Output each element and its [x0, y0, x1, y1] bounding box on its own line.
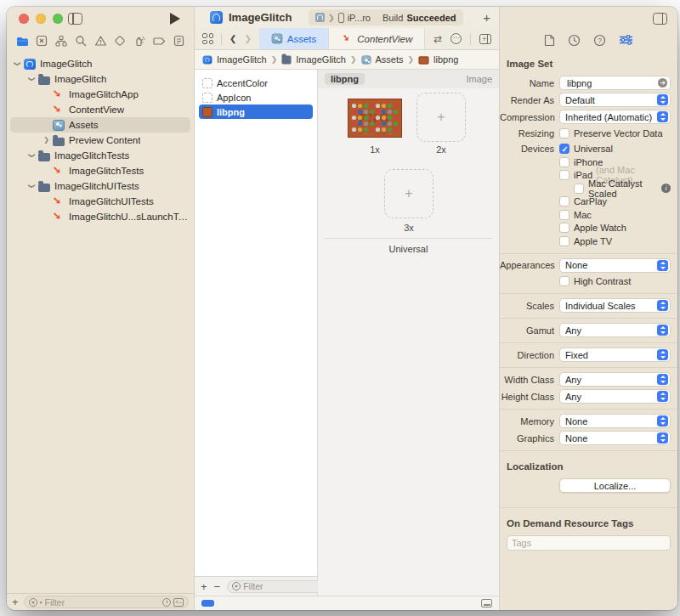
go-forward-button[interactable]: ❯ — [244, 34, 251, 43]
navigator-item-folder[interactable]: ImageGlitchUITests — [10, 178, 190, 194]
device-checkbox[interactable] — [559, 210, 570, 220]
breadcrumb-item[interactable]: ImageGlitch — [296, 54, 346, 65]
disclosure-chevron-icon[interactable] — [12, 60, 23, 67]
activity-status-pill[interactable]: ❯ iP...ro Build Succeeded — [309, 9, 462, 25]
add-asset-button[interactable]: + — [201, 581, 207, 592]
height-class-popup[interactable]: Any — [559, 389, 671, 404]
device-checkbox[interactable] — [559, 144, 570, 154]
navigator-item-file[interactable]: ImageGlitchTests — [10, 163, 190, 178]
memory-popup[interactable]: None — [559, 414, 671, 428]
close-window-button[interactable] — [19, 14, 29, 24]
tab-bar-controls: ❮ ❯ — [195, 28, 259, 49]
toggle-navigator-icon[interactable] — [68, 13, 82, 25]
code-review-icon[interactable]: ⇄ — [434, 34, 442, 44]
project-navigator-icon[interactable] — [15, 34, 29, 48]
breadcrumb-item[interactable]: libpng — [434, 54, 458, 65]
report-navigator-icon[interactable] — [172, 34, 185, 48]
width-class-popup[interactable]: Any — [559, 372, 671, 387]
navigator-item-folder[interactable]: Preview Content — [10, 133, 190, 148]
breakpoint-navigator-icon[interactable] — [152, 34, 166, 48]
swift-file-icon — [53, 196, 65, 207]
tab-assets[interactable]: Assets — [259, 28, 329, 49]
navigator-item-project[interactable]: ImageGlitch — [10, 56, 190, 71]
scales-popup[interactable]: Individual Scales — [559, 298, 671, 313]
appearances-popup[interactable]: None — [559, 258, 671, 273]
compression-row: Compression Inherited (Automatic) — [500, 110, 671, 124]
navigator-filter-input[interactable] — [45, 597, 160, 608]
history-inspector-icon[interactable] — [568, 34, 581, 50]
navigator-filter-field[interactable]: ▾ +‒ — [24, 596, 189, 608]
odr-tags-row — [507, 535, 671, 551]
disclosure-chevron-icon[interactable] — [26, 152, 37, 159]
high-contrast-checkbox[interactable] — [559, 276, 570, 286]
graphics-row: Graphics None — [500, 431, 671, 445]
debug-navigator-icon[interactable] — [133, 34, 146, 48]
remove-asset-button[interactable]: − — [214, 581, 221, 592]
name-field[interactable] — [565, 77, 658, 89]
run-button[interactable] — [170, 13, 180, 25]
toggle-inspector-icon[interactable] — [653, 13, 667, 25]
image-slot-3x-empty[interactable]: + — [384, 169, 434, 218]
divider — [500, 293, 677, 294]
go-back-button[interactable]: ❮ — [230, 34, 236, 43]
device-checkbox[interactable] — [559, 170, 570, 180]
compression-popup[interactable]: Inherited (Automatic) — [559, 110, 671, 124]
breadcrumb-item[interactable]: ImageGlitch — [217, 54, 267, 65]
tab-contentview[interactable]: ContentView — [328, 28, 425, 49]
preserve-vector-checkbox[interactable] — [559, 128, 570, 138]
navigator-item-folder[interactable]: ImageGlitchTests — [10, 148, 190, 163]
show-slicing-icon[interactable] — [481, 599, 492, 608]
device-checkbox[interactable] — [559, 196, 570, 206]
issue-navigator-icon[interactable] — [94, 34, 107, 48]
breadcrumb-item[interactable]: Assets — [376, 54, 404, 65]
disclosure-chevron-icon[interactable] — [26, 76, 37, 82]
zoom-window-button[interactable] — [53, 14, 63, 24]
disclosure-chevron-icon[interactable] — [41, 137, 52, 144]
navigator-item-assets-selected[interactable]: Assets — [10, 117, 190, 133]
related-items-icon[interactable] — [202, 33, 213, 44]
navigate-arrow-icon[interactable]: ➔ — [658, 78, 667, 88]
add-file-button[interactable]: + — [12, 596, 19, 608]
symbol-navigator-icon[interactable] — [54, 34, 68, 48]
editor-status-bar — [195, 596, 499, 610]
find-navigator-icon[interactable] — [74, 34, 88, 48]
memory-row: Memory None — [500, 414, 671, 428]
asset-row-accentcolor[interactable]: AccentColor — [199, 76, 313, 90]
swift-file-icon — [53, 105, 65, 116]
info-icon[interactable]: i — [661, 184, 671, 193]
navigator-item-file[interactable]: ImageGlitchUITests — [10, 194, 190, 209]
popup-stepper-icon — [657, 300, 668, 311]
editor-options-icon[interactable]: ⋯ — [450, 33, 462, 44]
graphics-popup[interactable]: None — [559, 431, 671, 445]
source-control-navigator-icon[interactable] — [35, 34, 48, 48]
recent-files-icon[interactable] — [162, 598, 171, 607]
localize-button[interactable]: Localize... — [559, 478, 671, 493]
device-checkbox[interactable] — [559, 223, 570, 233]
render-as-popup[interactable]: Default — [559, 93, 671, 107]
asset-type-filter-chip[interactable] — [201, 600, 214, 607]
minimize-window-button[interactable] — [36, 14, 46, 24]
image-slot-2x-empty[interactable]: + — [416, 93, 466, 142]
test-navigator-icon[interactable] — [113, 34, 127, 48]
new-tab-button[interactable]: + — [483, 10, 490, 25]
navigator-item-file[interactable]: ImageGlitchU...sLaunchTests — [10, 209, 190, 224]
attributes-inspector-icon[interactable] — [619, 34, 633, 49]
gamut-popup[interactable]: Any — [559, 323, 671, 337]
tags-input[interactable] — [507, 535, 671, 551]
add-editor-icon[interactable]: + — [479, 34, 491, 44]
source-control-status-icon[interactable]: +‒ — [173, 598, 184, 607]
navigator-item-file[interactable]: ImageGlitchApp — [10, 87, 190, 102]
direction-popup[interactable]: Fixed — [559, 348, 671, 362]
image-slot-1x-thumbnail[interactable]: PNG — [348, 99, 402, 138]
device-checkbox[interactable] — [574, 184, 584, 194]
asset-row-libpng-selected[interactable]: libpng — [199, 105, 313, 119]
navigator-item-file[interactable]: ContentView — [10, 102, 190, 117]
device-checkbox[interactable] — [559, 157, 570, 167]
disclosure-chevron-icon[interactable] — [26, 183, 37, 189]
quick-help-inspector-icon[interactable]: ? — [593, 34, 606, 50]
device-checkbox[interactable] — [559, 236, 570, 246]
navigator-item-folder[interactable]: ImageGlitch — [10, 71, 190, 87]
asset-name-badge[interactable]: libpng — [325, 73, 365, 85]
asset-row-appicon[interactable]: AppIcon — [199, 90, 313, 105]
file-inspector-icon[interactable] — [544, 34, 555, 50]
